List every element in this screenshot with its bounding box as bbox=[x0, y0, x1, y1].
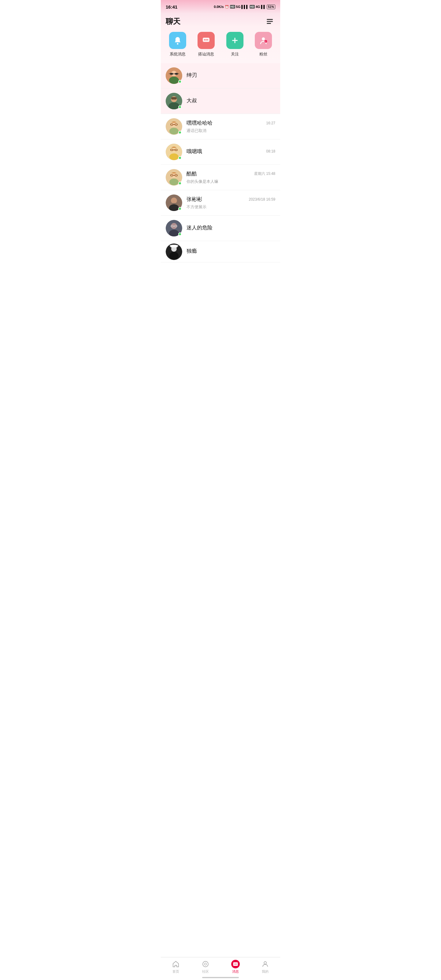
svg-point-5 bbox=[204, 39, 205, 40]
svg-rect-1 bbox=[267, 21, 273, 22]
follow-icon-wrap bbox=[226, 32, 244, 49]
chat-content-7: 迷人的危险 bbox=[186, 224, 275, 232]
quick-actions: 系统消息 搭讪消息 关注 bbox=[161, 27, 280, 63]
quick-action-follow[interactable]: 关注 bbox=[226, 32, 244, 57]
svg-point-44 bbox=[171, 197, 177, 204]
chat-name-row-2: 大叔 bbox=[186, 97, 275, 104]
battery-icon: 51% bbox=[267, 5, 275, 9]
chat-preview-5: 你的头像是本人嘛 bbox=[186, 179, 218, 184]
avatar-wrap-6 bbox=[166, 194, 182, 211]
svg-rect-24 bbox=[171, 97, 177, 100]
chat-item-miren[interactable]: 迷人的危险 bbox=[161, 216, 280, 241]
chat-content-1: 绅刃 bbox=[186, 72, 275, 80]
avatar-wrap-3 bbox=[166, 118, 182, 135]
chat-content-2: 大叔 bbox=[186, 97, 275, 105]
svg-point-54 bbox=[169, 252, 178, 260]
status-bar: 16:41 0.0K/s ⏰ HD 5G ▌▌▌ HD 4G ▌▌ 51% bbox=[161, 0, 280, 13]
chat-content-6: 张彬彬 2023/6/18 16:59 不方便展示 bbox=[186, 196, 275, 210]
chat-time-3: 16:27 bbox=[266, 121, 275, 125]
avatar-wrap-4 bbox=[166, 144, 182, 160]
chat-name-row-8: 独瘾 bbox=[186, 247, 275, 255]
chat-name-row-1: 绅刃 bbox=[186, 72, 275, 79]
svg-rect-20 bbox=[178, 73, 179, 74]
avatar-wrap-1 bbox=[166, 67, 182, 84]
squad-msg-label: 搭讪消息 bbox=[198, 51, 214, 57]
menu-icon[interactable] bbox=[264, 16, 275, 27]
svg-rect-18 bbox=[173, 73, 175, 74]
chat-name-6: 张彬彬 bbox=[186, 196, 202, 203]
online-dot-3 bbox=[178, 131, 181, 134]
svg-point-6 bbox=[205, 39, 207, 40]
quick-action-system-msg[interactable]: 系统消息 bbox=[169, 32, 186, 57]
fans-icon-wrap bbox=[255, 32, 272, 49]
chat-time-6: 2023/6/18 16:59 bbox=[249, 197, 275, 202]
chat-list: 绅刃 大叔 bbox=[161, 63, 280, 262]
chat-content-4: 哦嗯哦 08:18 bbox=[186, 148, 275, 156]
signal-bars-2: ▌▌ bbox=[261, 5, 266, 9]
chat-content-5: 酷酷 星期六 15:48 你的头像是本人嘛 bbox=[186, 170, 275, 185]
system-msg-icon-wrap bbox=[169, 32, 186, 49]
chat-item-dashu[interactable]: 大叔 bbox=[161, 89, 280, 114]
chat-item-oeno[interactable]: 哦嗯哦 08:18 bbox=[161, 139, 280, 165]
svg-point-10 bbox=[262, 37, 265, 40]
chat-name-row-5: 酷酷 星期六 15:48 bbox=[186, 170, 275, 177]
follow-label: 关注 bbox=[231, 51, 239, 57]
chat-time-4: 08:18 bbox=[266, 149, 275, 153]
chat-item-shen-ren[interactable]: 绅刃 bbox=[161, 63, 280, 89]
alarm-icon: ⏰ bbox=[225, 5, 229, 9]
chat-time-5: 星期六 15:48 bbox=[254, 171, 275, 177]
svg-point-39 bbox=[169, 178, 178, 185]
squad-msg-icon-wrap bbox=[197, 32, 215, 49]
chat-name-1: 绅刃 bbox=[186, 72, 197, 79]
hd-icon-2: HD bbox=[250, 5, 255, 9]
chat-name-row-4: 哦嗯哦 08:18 bbox=[186, 148, 275, 155]
svg-point-56 bbox=[170, 245, 178, 247]
svg-rect-0 bbox=[267, 19, 273, 20]
svg-rect-19 bbox=[169, 73, 170, 74]
signal-5g-icon: 5G bbox=[236, 5, 241, 9]
chat-item-zhangbin[interactable]: 张彬彬 2023/6/18 16:59 不方便展示 bbox=[161, 190, 280, 216]
svg-point-7 bbox=[207, 39, 208, 40]
chat-name-5: 酷酷 bbox=[186, 170, 197, 177]
chat-item-kuku[interactable]: 酷酷 星期六 15:48 你的头像是本人嘛 bbox=[161, 165, 280, 190]
chat-name-row-7: 迷人的危险 bbox=[186, 224, 275, 231]
chat-name-3: 嘿嘿哈哈哈 bbox=[186, 119, 213, 126]
svg-point-33 bbox=[169, 153, 178, 160]
status-time: 16:41 bbox=[166, 4, 177, 10]
avatar-wrap-8 bbox=[166, 243, 182, 260]
chat-name-7: 迷人的危险 bbox=[186, 224, 213, 231]
header: 聊天 bbox=[161, 13, 280, 27]
system-msg-label: 系统消息 bbox=[170, 51, 186, 57]
svg-rect-2 bbox=[267, 23, 271, 24]
chat-name-8: 独瘾 bbox=[186, 247, 197, 255]
chat-preview-3: 通话已取消 bbox=[186, 128, 206, 133]
avatar-wrap-5 bbox=[166, 169, 182, 186]
signal-4g-icon: 4G bbox=[256, 5, 260, 9]
chat-item-duyin[interactable]: 独瘾 bbox=[161, 241, 280, 262]
online-dot-2 bbox=[178, 105, 181, 109]
svg-point-27 bbox=[169, 128, 178, 134]
network-speed: 0.0K/s bbox=[214, 5, 224, 9]
avatar-wrap-7 bbox=[166, 220, 182, 236]
svg-point-3 bbox=[177, 43, 178, 45]
online-dot-5 bbox=[178, 181, 181, 185]
quick-action-fans[interactable]: 粉丝 bbox=[255, 32, 272, 57]
page-title: 聊天 bbox=[166, 16, 180, 26]
chat-content-8: 独瘾 bbox=[186, 247, 275, 256]
svg-rect-17 bbox=[175, 73, 178, 75]
quick-action-squad-msg[interactable]: 搭讪消息 bbox=[197, 32, 215, 57]
hd-icon: HD bbox=[230, 5, 235, 9]
online-dot-6 bbox=[178, 207, 181, 210]
svg-rect-16 bbox=[170, 73, 173, 75]
chat-preview-6: 不方便展示 bbox=[186, 205, 206, 209]
chat-name-2: 大叔 bbox=[186, 97, 197, 104]
svg-rect-9 bbox=[232, 40, 238, 41]
online-dot-4 bbox=[178, 156, 181, 159]
chat-name-row-6: 张彬彬 2023/6/18 16:59 bbox=[186, 196, 275, 203]
fans-label: 粉丝 bbox=[260, 51, 267, 57]
svg-point-15 bbox=[169, 76, 179, 84]
chat-name-4: 哦嗯哦 bbox=[186, 148, 202, 155]
chat-item-heihei[interactable]: 嘿嘿哈哈哈 16:27 通话已取消 bbox=[161, 114, 280, 139]
signal-bars: ▌▌▌ bbox=[241, 5, 248, 9]
online-dot-7 bbox=[178, 232, 181, 236]
